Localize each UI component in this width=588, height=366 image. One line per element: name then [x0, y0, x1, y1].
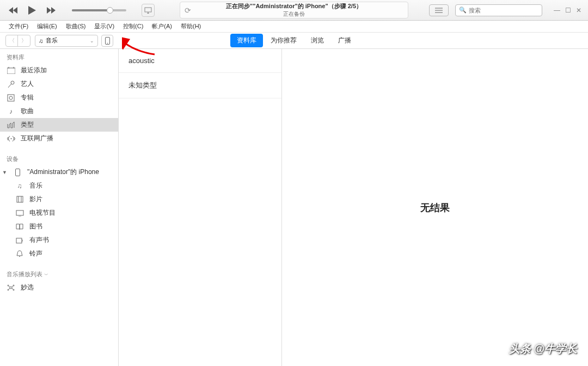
status-title: 正在同步""Administrator"的 iPhone"（步骤 2/5）: [226, 2, 362, 10]
watermark: 头条 @牛学长: [509, 342, 577, 356]
sidebar-device-tones[interactable]: 铃声: [0, 247, 118, 260]
nav-buttons: 〈 〉: [5, 35, 30, 47]
menu-bar: 文件(F) 编辑(E) 歌曲(S) 显示(V) 控制(C) 帐户(A) 帮助(H…: [0, 21, 588, 33]
sidebar-device-audiobooks[interactable]: 有声书: [0, 233, 118, 247]
radio-icon: [7, 135, 15, 142]
sidebar-recent[interactable]: 最近添加: [0, 64, 118, 77]
chevron-down-icon: ﹀: [44, 272, 48, 277]
search-input[interactable]: [469, 7, 538, 14]
airplay-button[interactable]: [142, 4, 155, 17]
next-button[interactable]: [44, 3, 58, 17]
sidebar-songs[interactable]: ♪ 歌曲: [0, 104, 118, 118]
genius-icon: [7, 284, 15, 291]
sidebar-radio[interactable]: 互联网广播: [0, 132, 118, 145]
menu-control[interactable]: 控制(C): [120, 21, 146, 32]
sidebar-artists[interactable]: 艺人: [0, 77, 118, 91]
secondary-toolbar: 〈 〉 ♫音乐 ⌄ 资料库 为你推荐 浏览 广播: [0, 33, 588, 49]
play-button[interactable]: [25, 3, 39, 17]
svg-point-24: [8, 289, 9, 290]
recent-icon: [7, 67, 15, 74]
minimize-button[interactable]: —: [553, 7, 561, 14]
svg-line-27: [12, 286, 13, 287]
nav-forward-button[interactable]: 〉: [18, 35, 30, 46]
sidebar-device-tv[interactable]: 电视节目: [0, 206, 118, 220]
sidebar-item-label: 影片: [29, 195, 42, 204]
svg-point-12: [9, 96, 13, 100]
volume-slider[interactable]: [68, 9, 131, 11]
tv-icon: [15, 210, 24, 216]
svg-rect-15: [17, 196, 23, 202]
svg-line-10: [8, 84, 11, 88]
sidebar-device[interactable]: ▼ "Administrator"的 iPhone: [0, 165, 118, 179]
sidebar-item-label: 图书: [29, 222, 42, 231]
window-controls: — ☐ ✕: [553, 7, 583, 14]
menu-account[interactable]: 帐户(A): [149, 21, 175, 32]
genre-item[interactable]: acoustic: [119, 49, 281, 73]
nav-back-button[interactable]: 〈: [6, 35, 18, 46]
sidebar-device-music[interactable]: ♫ 音乐: [0, 179, 118, 193]
genre-item[interactable]: 未知类型: [119, 73, 281, 98]
library-selector-label: 音乐: [46, 36, 58, 45]
status-display: ⟳ 正在同步""Administrator"的 iPhone"（步骤 2/5） …: [180, 2, 408, 18]
svg-point-25: [13, 289, 14, 290]
svg-rect-14: [15, 169, 20, 176]
sidebar-library-header: 资料库: [0, 51, 118, 64]
status-subtitle: 正在备份: [283, 10, 305, 18]
sidebar-playlists-header[interactable]: 音乐播放列表 ﹀: [0, 268, 118, 281]
svg-rect-6: [7, 68, 15, 74]
sidebar-item-label: 艺人: [21, 79, 34, 89]
sidebar-albums[interactable]: 专辑: [0, 91, 118, 104]
search-box[interactable]: 🔍: [455, 4, 542, 16]
genre-icon: [7, 121, 15, 128]
sidebar-device-books[interactable]: 图书: [0, 220, 118, 233]
menu-file[interactable]: 文件(F): [5, 21, 32, 32]
library-selector[interactable]: ♫音乐 ⌄: [35, 35, 98, 47]
tab-library[interactable]: 资料库: [230, 34, 263, 47]
playback-controls: [0, 3, 155, 17]
list-view-button[interactable]: [429, 4, 449, 16]
sidebar-item-label: 妙选: [21, 283, 34, 292]
mic-icon: [7, 80, 15, 88]
svg-point-5: [107, 42, 108, 44]
close-button[interactable]: ✕: [575, 7, 583, 14]
maximize-button[interactable]: ☐: [564, 7, 572, 14]
top-toolbar: ⟳ 正在同步""Administrator"的 iPhone"（步骤 2/5） …: [0, 0, 588, 21]
svg-rect-0: [145, 8, 151, 12]
svg-point-23: [13, 285, 14, 286]
tab-browse[interactable]: 浏览: [304, 34, 330, 47]
sidebar-item-label: 音乐: [29, 181, 42, 190]
svg-line-26: [9, 286, 10, 287]
sidebar-item-label: 歌曲: [21, 107, 34, 116]
svg-line-29: [12, 288, 13, 289]
sidebar-item-label: 互联网广播: [21, 134, 53, 143]
sidebar: 资料库 最近添加 艺人 专辑 ♪ 歌曲 类型: [0, 49, 119, 366]
menu-help[interactable]: 帮助(H): [177, 21, 204, 32]
disclosure-icon[interactable]: ▼: [2, 170, 8, 175]
sidebar-item-label: 电视节目: [29, 208, 56, 218]
right-controls: 🔍 — ☐ ✕: [429, 4, 583, 16]
prev-button[interactable]: [7, 3, 21, 17]
svg-point-22: [8, 285, 9, 286]
svg-rect-11: [8, 95, 14, 101]
tab-foryou[interactable]: 为你推荐: [264, 34, 303, 47]
menu-edit[interactable]: 编辑(E): [34, 21, 60, 32]
sidebar-item-label: 铃声: [29, 249, 42, 258]
music-icon: ♫: [15, 182, 24, 190]
sidebar-item-label: 有声书: [29, 235, 49, 245]
song-icon: ♪: [7, 108, 15, 115]
album-icon: [7, 94, 15, 102]
sidebar-genius[interactable]: 妙选: [0, 281, 118, 294]
sidebar-devices-header: 设备: [0, 153, 118, 165]
tab-radio[interactable]: 广播: [332, 34, 358, 47]
device-button[interactable]: [101, 35, 113, 47]
book-icon: [15, 224, 24, 230]
no-results-label: 无结果: [420, 201, 450, 214]
menu-view[interactable]: 显示(V): [91, 21, 118, 32]
film-icon: [15, 196, 24, 203]
phone-icon: [13, 169, 22, 176]
sidebar-genres[interactable]: 类型: [0, 118, 118, 132]
sidebar-device-movies[interactable]: 影片: [0, 193, 118, 206]
content-pane: 无结果: [282, 49, 588, 366]
menu-song[interactable]: 歌曲(S): [63, 21, 89, 32]
genre-list: acoustic 未知类型: [119, 49, 282, 366]
